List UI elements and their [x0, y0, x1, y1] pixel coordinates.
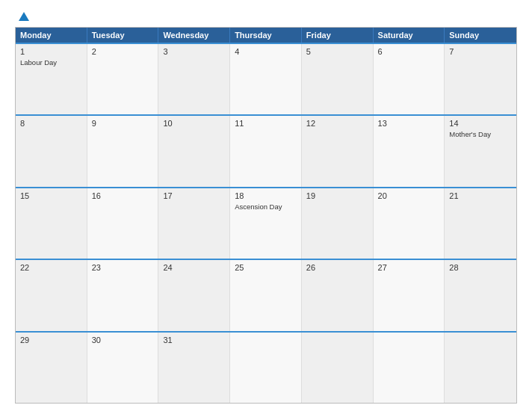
- cal-cell: 9: [87, 116, 159, 186]
- holiday-label: Mother's Day: [449, 130, 512, 138]
- cal-cell: 13: [374, 116, 445, 186]
- cal-cell: 10: [158, 116, 230, 186]
- day-number: 20: [378, 191, 440, 200]
- cal-cell: 21: [445, 188, 516, 259]
- day-number: 7: [449, 47, 512, 56]
- day-number: 18: [235, 191, 297, 200]
- day-number: 23: [92, 263, 154, 272]
- cal-cell: 2: [87, 44, 159, 114]
- cal-cell: 27: [374, 260, 445, 330]
- day-number: 5: [306, 47, 368, 56]
- cal-cell: 15: [16, 188, 87, 259]
- header-day-saturday: Saturday: [374, 28, 445, 43]
- week-row-1: 1Labour Day234567: [16, 43, 516, 114]
- cal-cell: 14Mother's Day: [445, 116, 516, 186]
- day-number: 8: [20, 119, 82, 128]
- header-day-friday: Friday: [302, 28, 374, 43]
- day-number: 4: [235, 47, 297, 56]
- holiday-label: Labour Day: [20, 58, 82, 67]
- header-day-wednesday: Wednesday: [158, 28, 230, 43]
- cal-cell: [374, 333, 445, 403]
- calendar-header-row: MondayTuesdayWednesdayThursdayFridaySatu…: [16, 28, 516, 43]
- cal-cell: 25: [230, 260, 302, 330]
- day-number: 12: [306, 119, 368, 128]
- cal-cell: 12: [302, 116, 374, 186]
- cal-cell: 5: [302, 44, 374, 114]
- cal-cell: 3: [158, 44, 230, 114]
- week-row-5: 293031: [16, 331, 516, 403]
- day-number: 13: [378, 119, 440, 128]
- day-number: 9: [92, 119, 154, 128]
- day-number: 14: [449, 119, 512, 128]
- calendar-grid: MondayTuesdayWednesdayThursdayFridaySatu…: [15, 27, 517, 404]
- cal-cell: 18Ascension Day: [230, 188, 302, 259]
- day-number: 15: [20, 191, 82, 200]
- day-number: 31: [163, 336, 225, 344]
- cal-cell: [445, 333, 516, 403]
- day-number: 3: [163, 47, 225, 56]
- calendar-body: 1Labour Day234567891011121314Mother's Da…: [16, 43, 516, 403]
- cal-cell: 29: [16, 333, 87, 403]
- day-number: 10: [163, 119, 225, 128]
- day-number: 19: [306, 191, 368, 200]
- logo: [15, 13, 29, 21]
- calendar-page: MondayTuesdayWednesdayThursdayFridaySatu…: [0, 0, 532, 411]
- day-number: 28: [449, 263, 512, 272]
- cal-cell: 16: [87, 188, 159, 259]
- day-number: 1: [20, 47, 82, 56]
- day-number: 22: [20, 263, 82, 272]
- week-row-3: 15161718Ascension Day192021: [16, 187, 516, 259]
- logo-triangle-icon: [19, 12, 29, 21]
- cal-cell: 8: [16, 116, 87, 186]
- cal-cell: 28: [445, 260, 516, 330]
- day-number: 2: [92, 47, 154, 56]
- cal-cell: 1Labour Day: [16, 44, 87, 114]
- cal-cell: 22: [16, 260, 87, 330]
- cal-cell: 17: [158, 188, 230, 259]
- day-number: 26: [306, 263, 368, 272]
- cal-cell: 26: [302, 260, 374, 330]
- day-number: 11: [235, 119, 297, 128]
- header-day-monday: Monday: [16, 28, 87, 43]
- cal-cell: 30: [87, 333, 159, 403]
- day-number: 30: [92, 336, 154, 344]
- cal-cell: 7: [445, 44, 516, 114]
- cal-cell: 19: [302, 188, 374, 259]
- day-number: 16: [92, 191, 154, 200]
- week-row-4: 22232425262728: [16, 259, 516, 330]
- day-number: 21: [449, 191, 512, 200]
- header-day-thursday: Thursday: [230, 28, 302, 43]
- day-number: 6: [378, 47, 440, 56]
- cal-cell: [302, 333, 374, 403]
- page-header: [15, 13, 517, 21]
- cal-cell: [230, 333, 302, 403]
- cal-cell: 11: [230, 116, 302, 186]
- day-number: 27: [378, 263, 440, 272]
- cal-cell: 31: [158, 333, 230, 403]
- cal-cell: 4: [230, 44, 302, 114]
- holiday-label: Ascension Day: [235, 203, 297, 211]
- cal-cell: 6: [374, 44, 445, 114]
- header-day-sunday: Sunday: [445, 28, 516, 43]
- day-number: 29: [20, 336, 82, 344]
- header-day-tuesday: Tuesday: [87, 28, 159, 43]
- cal-cell: 24: [158, 260, 230, 330]
- day-number: 24: [163, 263, 225, 272]
- cal-cell: 20: [374, 188, 445, 259]
- cal-cell: 23: [87, 260, 159, 330]
- week-row-2: 891011121314Mother's Day: [16, 114, 516, 186]
- day-number: 17: [163, 191, 225, 200]
- day-number: 25: [235, 263, 297, 272]
